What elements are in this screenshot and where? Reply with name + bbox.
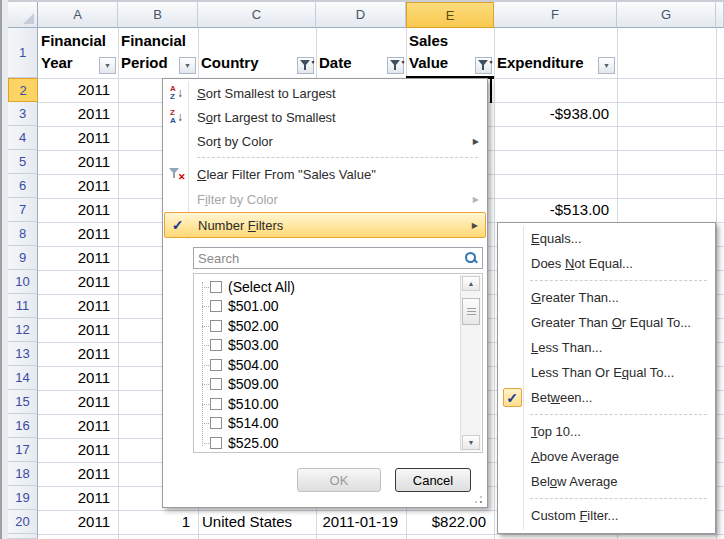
row-header-9[interactable]: 9 — [8, 246, 38, 270]
column-header-C[interactable]: C — [198, 2, 316, 28]
submenu-item-above-average[interactable]: Above Average — [498, 444, 715, 469]
submenu-item-less-than[interactable]: Less Than... — [498, 335, 715, 360]
menu-item-filter-by-color[interactable]: Filter by Color▶ — [164, 186, 486, 212]
scroll-down-button[interactable]: ▼ — [462, 435, 480, 450]
filter-button-date[interactable]: ▼ — [387, 57, 404, 74]
cell-A3[interactable]: 2011 — [42, 102, 110, 126]
row-header-4[interactable]: 4 — [8, 126, 38, 150]
row-header-2[interactable]: 2 — [8, 78, 38, 102]
cell-A17[interactable]: 2011 — [42, 438, 110, 462]
checkbox-unchecked[interactable] — [210, 417, 222, 429]
header-cell-financial-period[interactable]: FinancialPeriod▼ — [118, 28, 198, 78]
checkbox-unchecked[interactable] — [210, 339, 222, 351]
checkbox-unchecked[interactable] — [210, 281, 222, 293]
list-item-502-00[interactable]: $502.00 — [194, 316, 482, 336]
scroll-up-button[interactable]: ▲ — [462, 276, 480, 291]
cell-A9[interactable]: 2011 — [42, 246, 110, 270]
row-header-8[interactable]: 8 — [8, 222, 38, 246]
row-header-1[interactable]: 1 — [8, 28, 38, 78]
cell-A2[interactable]: 2011 — [42, 78, 110, 102]
filter-button-sales-value[interactable]: ▼ — [475, 57, 492, 74]
header-cell-sales-value[interactable]: SalesValue▼ — [406, 28, 494, 78]
cell-E20[interactable]: $822.00 — [410, 510, 486, 534]
search-input[interactable] — [194, 251, 464, 266]
row-header-12[interactable]: 12 — [8, 318, 38, 342]
list-item-partial[interactable] — [194, 453, 482, 454]
dropdown-button-financial-year[interactable]: ▼ — [99, 57, 116, 74]
row-header-20[interactable]: 20 — [8, 510, 38, 534]
header-cell-date[interactable]: Date▼ — [316, 28, 406, 78]
cell-D20[interactable]: 2011-01-19 — [320, 510, 398, 534]
submenu-item-less-than-or-equal-to[interactable]: Less Than Or Equal To... — [498, 360, 715, 385]
value-list-scrollbar[interactable]: ▲ ▼ — [460, 275, 481, 451]
checkbox-unchecked[interactable] — [210, 437, 222, 449]
cell-A6[interactable]: 2011 — [42, 174, 110, 198]
row-header-13[interactable]: 13 — [8, 342, 38, 366]
list-item-509-00[interactable]: $509.00 — [194, 375, 482, 395]
menu-item-clear-filter-from-sales-value[interactable]: ✕Clear Filter From "Sales Value" — [164, 162, 486, 186]
row-header-18[interactable]: 18 — [8, 462, 38, 486]
cell-A11[interactable]: 2011 — [42, 294, 110, 318]
list-item-525-00[interactable]: $525.00 — [194, 433, 482, 453]
row-header-11[interactable]: 11 — [8, 294, 38, 318]
submenu-item-between[interactable]: ✓Between... — [498, 385, 715, 410]
filter-button-country[interactable]: ▼ — [297, 57, 314, 74]
checkbox-unchecked[interactable] — [210, 359, 222, 371]
panel-resize-grip[interactable] — [473, 495, 483, 504]
menu-item-sort-smallest-to-largest[interactable]: AZ↓Sort Smallest to Largest — [164, 81, 486, 105]
submenu-item-greater-than[interactable]: Greater Than... — [498, 285, 715, 310]
cell-A13[interactable]: 2011 — [42, 342, 110, 366]
cell-F7[interactable]: -$513.00 — [498, 198, 609, 222]
list-item-510-00[interactable]: $510.00 — [194, 394, 482, 414]
list-item-501-00[interactable]: $501.00 — [194, 297, 482, 317]
checkbox-unchecked[interactable] — [210, 300, 222, 312]
menu-item-number-filters[interactable]: ✓Number Filters▶ — [164, 212, 486, 238]
row-header-6[interactable]: 6 — [8, 174, 38, 198]
row-header-19[interactable]: 19 — [8, 486, 38, 510]
list-item-503-00[interactable]: $503.00 — [194, 336, 482, 356]
cell-A20[interactable]: 2011 — [42, 510, 110, 534]
checkbox-unchecked[interactable] — [210, 378, 222, 390]
cell-A7[interactable]: 2011 — [42, 198, 110, 222]
select-all-corner[interactable] — [8, 2, 38, 28]
search-icon[interactable] — [464, 251, 478, 265]
menu-item-sort-by-color[interactable]: Sort by Color▶ — [164, 129, 486, 153]
list-item-select-all[interactable]: (Select All) — [194, 277, 482, 297]
cell-A10[interactable]: 2011 — [42, 270, 110, 294]
column-header-partial[interactable] — [716, 2, 724, 28]
cell-A15[interactable]: 2011 — [42, 390, 110, 414]
scroll-thumb[interactable] — [462, 298, 480, 325]
list-item-514-00[interactable]: $514.00 — [194, 414, 482, 434]
cancel-button[interactable]: Cancel — [395, 468, 471, 492]
cell-C20[interactable]: United States — [202, 510, 308, 534]
row-header-5[interactable]: 5 — [8, 150, 38, 174]
row-header-7[interactable]: 7 — [8, 198, 38, 222]
row-header-15[interactable]: 15 — [8, 390, 38, 414]
cell-A19[interactable]: 2011 — [42, 486, 110, 510]
submenu-item-equals[interactable]: Equals... — [498, 226, 715, 251]
submenu-item-greater-than-or-equal-to[interactable]: Greater Than Or Equal To... — [498, 310, 715, 335]
cell-A18[interactable]: 2011 — [42, 462, 110, 486]
cell-A14[interactable]: 2011 — [42, 366, 110, 390]
dropdown-button-financial-period[interactable]: ▼ — [179, 57, 196, 74]
submenu-item-below-average[interactable]: Below Average — [498, 469, 715, 494]
row-header-3[interactable]: 3 — [8, 102, 38, 126]
column-header-G[interactable]: G — [617, 2, 716, 28]
submenu-item-custom-filter[interactable]: Custom Filter... — [498, 503, 715, 528]
header-cell-expenditure[interactable]: Expenditure▼ — [494, 28, 617, 78]
cell-B20[interactable]: 1 — [122, 510, 190, 534]
ok-button[interactable]: OK — [297, 468, 381, 492]
menu-item-sort-largest-to-smallest[interactable]: ZA↓Sort Largest to Smallest — [164, 105, 486, 129]
row-header-14[interactable]: 14 — [8, 366, 38, 390]
submenu-item-does-not-equal[interactable]: Does Not Equal... — [498, 251, 715, 276]
header-cell-country[interactable]: Country▼ — [198, 28, 316, 78]
cell-A5[interactable]: 2011 — [42, 150, 110, 174]
header-cell-financial-year[interactable]: FinancialYear▼ — [38, 28, 118, 78]
column-header-F[interactable]: F — [494, 2, 617, 28]
column-header-B[interactable]: B — [118, 2, 198, 28]
dropdown-button-expenditure[interactable]: ▼ — [598, 57, 615, 74]
row-header-10[interactable]: 10 — [8, 270, 38, 294]
cell-A4[interactable]: 2011 — [42, 126, 110, 150]
row-header-16[interactable]: 16 — [8, 414, 38, 438]
cell-A8[interactable]: 2011 — [42, 222, 110, 246]
